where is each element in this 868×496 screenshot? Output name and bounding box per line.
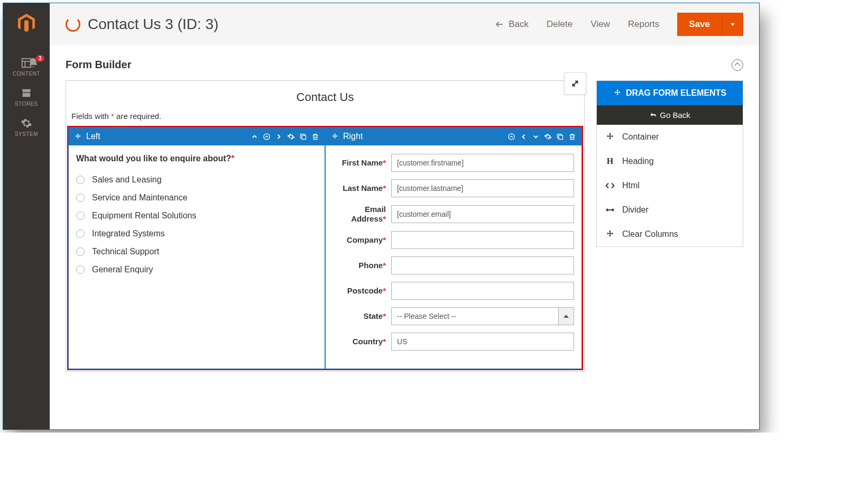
text-input[interactable] bbox=[391, 333, 574, 351]
save-dropdown[interactable] bbox=[722, 13, 743, 36]
field-label: First Name* bbox=[333, 158, 386, 168]
trash-icon[interactable] bbox=[311, 133, 319, 141]
form-field: First Name* bbox=[333, 154, 574, 172]
page-title-wrap: Contact Us 3 (ID: 3) bbox=[66, 16, 218, 33]
chevron-right-icon[interactable] bbox=[275, 133, 283, 141]
svg-rect-9 bbox=[559, 135, 563, 140]
move-icon[interactable] bbox=[74, 133, 82, 141]
palette-item-label: Html bbox=[622, 181, 640, 190]
gear-icon[interactable] bbox=[287, 133, 295, 141]
palette-header: DRAG FORM ELEMENTS bbox=[597, 81, 743, 105]
app-window: CONTENT 3 STORES SYSTEM Contact Us 3 (ID… bbox=[3, 3, 760, 430]
column-right[interactable]: Right First Name*Last Name*Email Address… bbox=[325, 127, 582, 369]
copy-icon[interactable] bbox=[556, 133, 564, 141]
admin-sidebar: CONTENT 3 STORES SYSTEM bbox=[3, 3, 50, 429]
gear-icon[interactable] bbox=[544, 133, 552, 141]
view-button[interactable]: View bbox=[590, 19, 610, 30]
move-icon bbox=[605, 132, 615, 142]
select-input[interactable] bbox=[391, 307, 558, 325]
circle-chevron-icon[interactable] bbox=[263, 133, 271, 141]
main-area: Contact Us 3 (ID: 3) Back Delete View Re… bbox=[50, 3, 759, 429]
svg-marker-4 bbox=[731, 23, 735, 26]
palette-item[interactable]: Html bbox=[597, 173, 743, 198]
chevron-up-icon[interactable] bbox=[251, 133, 258, 141]
palette-item[interactable]: Container bbox=[597, 125, 743, 149]
column-left-header: Left bbox=[69, 127, 325, 145]
expand-button[interactable] bbox=[564, 72, 586, 95]
palette-item-label: Clear Columns bbox=[622, 229, 678, 239]
text-input[interactable] bbox=[391, 154, 574, 172]
sidebar-label: SYSTEM bbox=[15, 131, 38, 137]
spinner-icon bbox=[66, 17, 80, 32]
element-palette: DRAG FORM ELEMENTS Go Back ContainerHHea… bbox=[596, 80, 743, 247]
move-icon[interactable] bbox=[331, 133, 339, 141]
page-header: Contact Us 3 (ID: 3) Back Delete View Re… bbox=[50, 3, 759, 45]
magento-logo[interactable] bbox=[16, 13, 37, 36]
palette-title: DRAG FORM ELEMENTS bbox=[626, 88, 726, 98]
circle-chevron-icon[interactable] bbox=[507, 133, 515, 141]
field-label: Postcode* bbox=[333, 286, 386, 296]
sidebar-item-content[interactable]: CONTENT 3 bbox=[3, 52, 50, 82]
palette-item[interactable]: Divider bbox=[597, 198, 743, 222]
text-input[interactable] bbox=[391, 282, 574, 300]
palette-back-label: Go Back bbox=[660, 111, 690, 120]
back-label: Back bbox=[509, 19, 529, 30]
H-icon: H bbox=[605, 157, 615, 166]
field-label: Country* bbox=[333, 337, 386, 346]
form-title: Contact Us bbox=[66, 90, 584, 104]
chevron-left-icon[interactable] bbox=[520, 133, 528, 141]
radio-option[interactable]: General Enquiry bbox=[76, 261, 317, 279]
radio-option[interactable]: Equipment Rental Solutions bbox=[76, 207, 317, 225]
radio-option[interactable]: Service and Maintenance bbox=[76, 189, 317, 207]
select-toggle[interactable] bbox=[558, 307, 574, 325]
sidebar-item-system[interactable]: SYSTEM bbox=[3, 112, 50, 142]
form-field: State* bbox=[333, 307, 574, 325]
section-title: Form Builder bbox=[66, 59, 131, 71]
sidebar-label: CONTENT bbox=[13, 71, 40, 77]
radio-option[interactable]: Technical Support bbox=[76, 243, 317, 261]
radio-icon bbox=[76, 176, 85, 184]
form-canvas: Contact Us Fields with * are required. L… bbox=[66, 80, 585, 372]
page-title: Contact Us 3 (ID: 3) bbox=[88, 16, 218, 33]
reports-button[interactable]: Reports bbox=[628, 19, 660, 30]
radio-option[interactable]: Integrated Systems bbox=[76, 225, 317, 243]
text-input[interactable] bbox=[391, 205, 574, 223]
collapse-toggle[interactable] bbox=[732, 59, 743, 71]
svg-point-8 bbox=[509, 133, 514, 139]
column-left-body: What would you like to enquire about?* S… bbox=[69, 145, 325, 289]
delete-button[interactable]: Delete bbox=[547, 19, 572, 30]
form-field: Last Name* bbox=[333, 179, 574, 197]
header-actions: Back Delete View Reports Save bbox=[495, 13, 743, 36]
palette-item-label: Container bbox=[622, 132, 659, 142]
radio-icon bbox=[76, 194, 85, 202]
column-right-title: Right bbox=[343, 132, 363, 141]
radio-icon bbox=[76, 212, 85, 220]
sidebar-item-stores[interactable]: STORES bbox=[3, 82, 50, 112]
arrow-h-icon bbox=[605, 205, 615, 215]
radio-label: General Enquiry bbox=[92, 265, 153, 274]
columns-container: Left What would you like to enquire bbox=[67, 126, 583, 370]
text-input[interactable] bbox=[391, 231, 574, 249]
save-button[interactable]: Save bbox=[677, 13, 722, 36]
field-label: State* bbox=[333, 311, 386, 321]
chevron-down-icon[interactable] bbox=[532, 133, 540, 141]
text-input[interactable] bbox=[391, 256, 574, 274]
field-label: Phone* bbox=[333, 261, 386, 270]
svg-line-5 bbox=[573, 81, 578, 86]
svg-point-6 bbox=[264, 133, 270, 139]
sidebar-label: STORES bbox=[15, 101, 38, 107]
palette-item[interactable]: HHeading bbox=[597, 149, 743, 173]
text-input[interactable] bbox=[391, 179, 574, 197]
back-button[interactable]: Back bbox=[495, 19, 529, 30]
radio-option[interactable]: Sales and Leasing bbox=[76, 171, 317, 189]
palette-item[interactable]: Clear Columns bbox=[597, 222, 743, 246]
required-note: Fields with * are required. bbox=[66, 112, 584, 126]
copy-icon[interactable] bbox=[299, 133, 307, 141]
column-left[interactable]: Left What would you like to enquire bbox=[68, 127, 325, 369]
palette-back-button[interactable]: Go Back bbox=[597, 105, 743, 125]
trash-icon[interactable] bbox=[568, 133, 576, 141]
radio-icon bbox=[76, 247, 85, 256]
field-label: Email Address* bbox=[333, 205, 386, 224]
field-label: Company* bbox=[333, 235, 386, 245]
form-field: Country* bbox=[333, 333, 574, 351]
